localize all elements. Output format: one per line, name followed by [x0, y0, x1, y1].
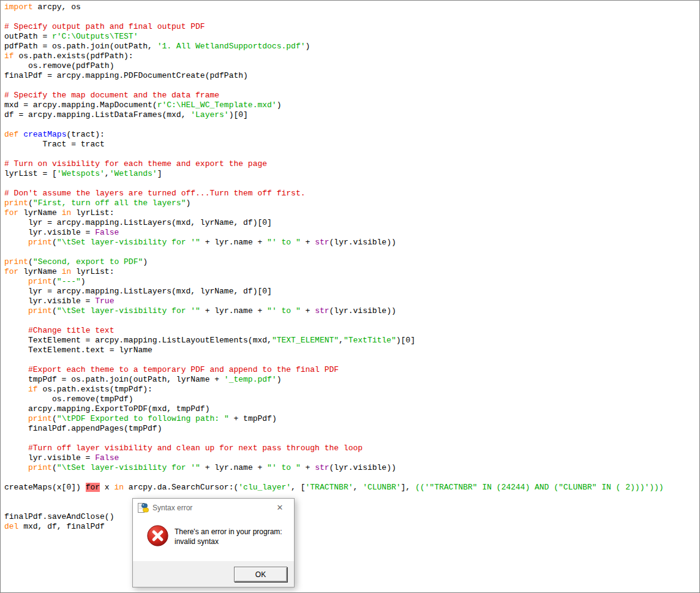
dialog-title: Syntax error: [152, 504, 269, 512]
code-token: ): [186, 198, 190, 208]
code-token: # Don't assume the layers are turned off…: [4, 189, 305, 198]
code-token: str: [315, 463, 329, 472]
code-token: os.remove(tmpPdf): [4, 395, 134, 404]
code-line: Tract = tract: [4, 140, 699, 149]
code-token: for: [4, 267, 18, 276]
code-token: [4, 463, 28, 472]
code-token: print: [28, 238, 52, 247]
code-line: lyr.visible = False: [4, 453, 699, 463]
code-area[interactable]: import arcpy, os# Specify output path an…: [1, 1, 699, 532]
code-token: lyr.visible =: [4, 296, 95, 306]
code-token: 'Wetlands': [110, 169, 157, 178]
code-token: "Second, export to PDF": [33, 257, 143, 266]
code-token: TextElement = arcpy.mapping.ListLayoutEl…: [4, 336, 272, 345]
code-token: #Turn off layer visibility and clean up …: [28, 444, 363, 453]
code-token: #Change title text: [28, 326, 114, 335]
code-token: lyr = arcpy.mapping.ListLayers(mxd, lyrN…: [4, 287, 272, 296]
code-line: # Specify output path and final output P…: [4, 22, 699, 32]
code-line: del mxd, df, finalPdf: [4, 522, 699, 532]
code-token: +: [301, 463, 315, 472]
code-line: os.remove(tmpPdf): [4, 395, 699, 404]
code-token: pdfPath = os.path.join(outPath,: [4, 42, 157, 51]
code-token: os.path.exists(tmpPdf):: [38, 385, 152, 394]
code-token: print: [4, 257, 28, 266]
code-token: [4, 444, 28, 453]
code-token: print: [28, 463, 52, 472]
ok-button[interactable]: OK: [234, 567, 287, 582]
code-line: finalPdf = arcpy.mapping.PDFDocumentCrea…: [4, 71, 699, 81]
code-line: #Export each theme to a temporary PDF an…: [4, 365, 699, 375]
code-line: mxd = arcpy.mapping.MapDocument(r'C:\HEL…: [4, 100, 699, 110]
code-token: (: [52, 414, 57, 423]
dialog-titlebar[interactable]: Syntax error ✕: [133, 499, 294, 516]
code-token: ,: [339, 336, 344, 345]
code-token: False: [95, 228, 119, 237]
code-token: lyr.visible =: [4, 228, 95, 237]
code-token: (('"TRACTNBR" IN (24244) AND ("CLUNBR" I…: [415, 483, 664, 492]
code-token: + lyr.name +: [200, 238, 267, 247]
code-line: print("First, turn off all the layers"): [4, 198, 699, 208]
code-token: 'Layers': [190, 110, 228, 119]
code-token: in: [114, 483, 124, 492]
code-token: +: [301, 238, 315, 247]
code-token: str: [315, 306, 329, 315]
code-token: def: [4, 130, 18, 139]
dialog-footer: OK: [133, 561, 294, 587]
code-token: if: [4, 51, 14, 61]
code-token: (lyr.visible)): [329, 238, 396, 247]
code-token: (: [52, 306, 57, 315]
code-token: +: [301, 306, 315, 315]
python-file-icon: [138, 503, 149, 513]
close-icon[interactable]: ✕: [269, 499, 294, 516]
code-token: TextElement.text = lyrName: [4, 346, 152, 355]
code-token: ): [81, 277, 86, 286]
code-token: True: [95, 296, 114, 306]
code-token: lyrName: [18, 267, 61, 276]
code-line: createMaps(x[0]) for x in arcpy.da.Searc…: [4, 483, 699, 493]
dialog-body: There's an error in your program: invali…: [133, 516, 294, 561]
code-token: [4, 414, 28, 423]
code-line: print("Second, export to PDF"): [4, 257, 699, 267]
code-token: [4, 326, 28, 335]
code-line: [4, 247, 699, 257]
code-token: "---": [57, 277, 81, 286]
code-token: [4, 385, 28, 394]
code-line: #Turn off layer visibility and clean up …: [4, 444, 699, 453]
code-line: outPath = r'C:\Outputs\TEST': [4, 32, 699, 42]
code-token: finalPdf.appendPages(tmpPdf): [4, 424, 162, 433]
code-token: "\tSet layer-visibility for '": [57, 463, 200, 472]
code-line: TextElement = arcpy.mapping.ListLayoutEl…: [4, 336, 699, 346]
syntax-error-dialog: Syntax error ✕ There's: [132, 498, 295, 587]
code-token: print: [28, 277, 52, 286]
code-token: (lyr.visible)): [329, 463, 396, 472]
code-line: # Don't assume the layers are turned off…: [4, 189, 699, 198]
code-line: lyr = arcpy.mapping.ListLayers(mxd, lyrN…: [4, 218, 699, 228]
code-token: lyr.visible =: [4, 453, 95, 463]
code-line: [4, 473, 699, 483]
code-token: finalPdf.saveAndClose(): [4, 512, 114, 521]
code-line: [4, 81, 699, 91]
code-token: os.remove(pdfPath): [4, 61, 114, 70]
code-token: mxd = arcpy.mapping.MapDocument(: [4, 100, 157, 110]
code-token: ,: [353, 483, 363, 492]
code-token: (: [52, 277, 57, 286]
code-token: # Turn on visibility for each theme and …: [4, 159, 267, 168]
code-token: x: [100, 483, 114, 492]
code-line: finalPdf.appendPages(tmpPdf): [4, 424, 699, 434]
code-token: 'CLUNBR': [363, 483, 401, 492]
code-token: [4, 365, 28, 374]
code-line: def creatMaps(tract):: [4, 130, 699, 140]
code-line: [4, 434, 699, 444]
code-token: finalPdf = arcpy.mapping.PDFDocumentCrea…: [4, 71, 248, 80]
code-line: lyr.visible = False: [4, 228, 699, 238]
code-token: import: [4, 2, 33, 12]
code-line: import arcpy, os: [4, 2, 699, 12]
code-line: [4, 12, 699, 22]
code-token: (: [52, 238, 57, 247]
code-token: [4, 277, 28, 286]
code-line: print("\tSet layer-visibility for '" + l…: [4, 238, 699, 247]
code-line: TextElement.text = lyrName: [4, 346, 699, 355]
code-line: arcpy.mapping.ExportToPDF(mxd, tmpPdf): [4, 404, 699, 414]
code-line: [4, 493, 699, 502]
code-token: arcpy.da.SearchCursor:(: [124, 483, 238, 492]
